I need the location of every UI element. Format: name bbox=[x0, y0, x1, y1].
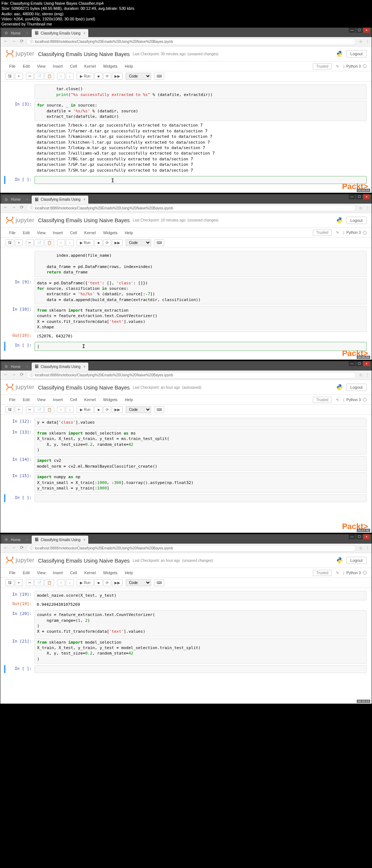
back-button[interactable]: ← bbox=[3, 205, 9, 211]
jupyter-logo[interactable]: jupyter bbox=[5, 216, 35, 225]
paste-button[interactable]: 📋 bbox=[45, 579, 54, 586]
tab-notebook[interactable]: 📓Classifying Emails Using× bbox=[32, 536, 88, 544]
reload-button[interactable]: ⟳ bbox=[19, 545, 25, 552]
add-cell-button[interactable]: + bbox=[15, 579, 23, 586]
menu-file[interactable]: File bbox=[5, 569, 19, 576]
menu-help[interactable]: Help bbox=[121, 63, 137, 69]
paste-button[interactable]: 📋 bbox=[45, 73, 54, 80]
menu-view[interactable]: View bbox=[33, 63, 49, 69]
url-input[interactable]: ⓘlocalhost:8888/notebooks/Classifying%20… bbox=[27, 545, 356, 552]
trusted-badge[interactable]: Trusted bbox=[313, 397, 332, 403]
cut-button[interactable]: ✂ bbox=[26, 239, 34, 246]
menu-icon[interactable]: ⋮ bbox=[365, 206, 369, 211]
menu-view[interactable]: View bbox=[33, 569, 49, 576]
code-cell[interactable] bbox=[35, 665, 367, 673]
minimize-button[interactable]: — bbox=[349, 361, 355, 366]
save-button[interactable]: 🖫 bbox=[5, 73, 14, 80]
notebook-title[interactable]: Classifying Emails Using Naive Bayes bbox=[38, 384, 130, 391]
forward-button[interactable]: → bbox=[11, 545, 17, 552]
cell-type-select[interactable]: Code bbox=[126, 73, 151, 80]
menu-edit[interactable]: Edit bbox=[19, 229, 33, 236]
menu-edit[interactable]: Edit bbox=[19, 63, 33, 69]
cut-button[interactable]: ✂ bbox=[26, 73, 34, 80]
menu-insert[interactable]: Insert bbox=[49, 396, 66, 403]
menu-kernel[interactable]: Kernel bbox=[81, 569, 100, 576]
menu-kernel[interactable]: Kernel bbox=[81, 396, 100, 403]
menu-help[interactable]: Help bbox=[121, 229, 137, 236]
run-button[interactable]: ▶ Run bbox=[77, 406, 94, 413]
close-button[interactable]: × bbox=[363, 534, 370, 539]
minimize-button[interactable]: — bbox=[349, 534, 355, 539]
run-button[interactable]: ▶ Run bbox=[77, 73, 94, 80]
forward-button[interactable]: → bbox=[11, 39, 17, 45]
stop-button[interactable]: ■ bbox=[94, 406, 102, 413]
restart-button[interactable]: ⟳ bbox=[103, 239, 111, 246]
maximize-button[interactable]: ☐ bbox=[356, 534, 363, 539]
move-up-button[interactable]: ↑ bbox=[57, 406, 65, 413]
move-down-button[interactable]: ↓ bbox=[66, 579, 74, 586]
close-icon[interactable]: × bbox=[80, 31, 85, 35]
code-cell[interactable] bbox=[35, 494, 367, 502]
restart-run-button[interactable]: ▶▶ bbox=[112, 73, 123, 80]
menu-file[interactable]: File bbox=[5, 396, 19, 403]
stop-button[interactable]: ■ bbox=[94, 579, 102, 586]
command-palette-button[interactable]: ⌨ bbox=[154, 73, 164, 80]
add-cell-button[interactable]: + bbox=[15, 73, 23, 80]
move-up-button[interactable]: ↑ bbox=[57, 579, 65, 586]
menu-icon[interactable]: ⋮ bbox=[365, 39, 369, 44]
menu-cell[interactable]: Cell bbox=[66, 569, 81, 576]
code-cell[interactable]: model_naive.score(X_test, y_test) bbox=[35, 591, 367, 600]
code-cell[interactable]: for source, _ in sources: datafile = '%s… bbox=[35, 101, 367, 121]
add-cell-button[interactable]: + bbox=[15, 406, 23, 413]
tab-home[interactable]: ⊙Home× bbox=[2, 536, 31, 544]
tab-notebook[interactable]: 📓Classifying Emails Using× bbox=[32, 196, 88, 204]
cut-button[interactable]: ✂ bbox=[26, 579, 34, 586]
menu-help[interactable]: Help bbox=[121, 396, 137, 403]
stop-button[interactable]: ■ bbox=[94, 239, 102, 246]
cell-type-select[interactable]: Code bbox=[126, 579, 151, 586]
copy-button[interactable]: 📄 bbox=[35, 406, 44, 413]
pencil-icon[interactable]: ✎ bbox=[334, 398, 341, 402]
code-cell[interactable]: counts = feature_extraction.text.CountVe… bbox=[35, 610, 367, 636]
cell-type-select[interactable]: Code bbox=[126, 239, 151, 246]
tab-notebook[interactable]: 📓Classifying Emails Using× bbox=[32, 29, 88, 37]
copy-button[interactable]: 📄 bbox=[35, 73, 44, 80]
menu-help[interactable]: Help bbox=[121, 569, 137, 576]
maximize-button[interactable]: ☐ bbox=[356, 194, 363, 199]
back-button[interactable]: ← bbox=[3, 372, 9, 379]
menu-widgets[interactable]: Widgets bbox=[100, 63, 121, 69]
trusted-badge[interactable]: Trusted bbox=[313, 63, 332, 69]
logout-button[interactable]: Logout bbox=[346, 384, 367, 391]
save-button[interactable]: 🖫 bbox=[5, 579, 14, 586]
move-down-button[interactable]: ↓ bbox=[66, 73, 74, 80]
save-button[interactable]: 🖫 bbox=[5, 239, 14, 246]
move-down-button[interactable]: ↓ bbox=[66, 239, 74, 246]
stop-button[interactable]: ■ bbox=[94, 73, 102, 80]
close-button[interactable]: × bbox=[363, 28, 370, 33]
menu-widgets[interactable]: Widgets bbox=[100, 569, 121, 576]
logout-button[interactable]: Logout bbox=[346, 217, 367, 224]
code-cell[interactable]: import cv2 model_norm = cv2.ml.NormalBay… bbox=[35, 456, 367, 471]
menu-insert[interactable]: Insert bbox=[49, 63, 66, 69]
menu-kernel[interactable]: Kernel bbox=[81, 63, 100, 69]
tab-home[interactable]: ⊙Home× bbox=[2, 29, 31, 37]
menu-view[interactable]: View bbox=[33, 229, 49, 236]
code-cell[interactable]: |I bbox=[35, 342, 367, 351]
code-cell[interactable]: from sklearn import model_selection as m… bbox=[35, 429, 367, 455]
jupyter-logo[interactable]: jupyter bbox=[5, 383, 35, 392]
menu-icon[interactable]: ⋮ bbox=[365, 546, 369, 551]
close-icon[interactable]: × bbox=[23, 31, 28, 35]
minimize-button[interactable]: — bbox=[349, 194, 355, 199]
menu-widgets[interactable]: Widgets bbox=[100, 396, 121, 403]
restart-button[interactable]: ⟳ bbox=[103, 579, 111, 586]
close-button[interactable]: × bbox=[363, 361, 370, 366]
menu-icon[interactable]: ⋮ bbox=[365, 373, 369, 377]
restart-run-button[interactable]: ▶▶ bbox=[112, 239, 123, 246]
menu-insert[interactable]: Insert bbox=[49, 569, 66, 576]
code-cell[interactable]: y = data['class'].values bbox=[35, 418, 367, 427]
run-button[interactable]: ▶ Run bbox=[77, 579, 94, 586]
jupyter-logo[interactable]: jupyter bbox=[5, 49, 35, 58]
restart-button[interactable]: ⟳ bbox=[103, 73, 111, 80]
reload-button[interactable]: ⟳ bbox=[19, 372, 25, 379]
restart-run-button[interactable]: ▶▶ bbox=[112, 579, 123, 586]
